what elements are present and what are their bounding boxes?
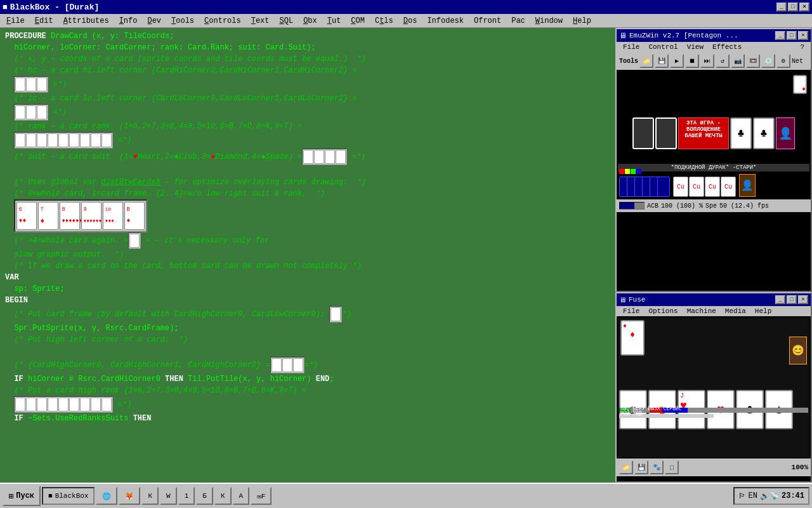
emu-menu-control[interactable]: Control [645, 43, 681, 51]
start-button[interactable]: ⊞ Пуск [3, 486, 41, 506]
taskbar-notepad[interactable]: 1 [178, 487, 195, 505]
taskbar-word[interactable]: W [160, 487, 177, 505]
card-frame-sm [15, 398, 25, 411]
emu-minimize[interactable]: _ [775, 31, 785, 40]
fuse-minimize[interactable]: _ [775, 295, 785, 304]
card-frame-sm [37, 398, 47, 411]
code-editor[interactable]: PROCEDURE DrawCard (x, y: TileCoords; hi… [0, 28, 615, 483]
emu-snapshot-btn[interactable]: 📷 [731, 54, 745, 68]
systray-clock: 23:41 [782, 491, 804, 500]
menu-pac[interactable]: Pac [506, 15, 530, 27]
fuse-btn-4[interactable]: ⬚ [665, 460, 679, 474]
taskbar-b-icon: Б [202, 492, 207, 500]
emu-player-sprite: 👤 [739, 174, 756, 197]
emu-reset-btn[interactable]: ↺ [716, 54, 730, 68]
fuse-menu-machine[interactable]: Machine [683, 307, 720, 316]
emu-titlebar: 🖥 EmuZWin v2.7 [Pentagon ... _ □ × [617, 29, 811, 42]
fuse-menu-help[interactable]: Help [751, 307, 775, 316]
systray-icons: 🔊📡 [760, 491, 779, 501]
emu-menu-effects[interactable]: Effects [709, 43, 745, 51]
emu-game-message: ЭТА ИГРА -ВОПЛОЩЕНИЕВАШЕЙ МЕЧТЫ [678, 117, 729, 149]
emu-close[interactable]: × [798, 31, 808, 40]
emu-sprite-character: 👤 [776, 117, 795, 149]
emu-help-btn[interactable]: ? [796, 43, 808, 51]
close-button[interactable]: × [799, 3, 809, 11]
menu-controls[interactable]: Controls [199, 15, 246, 27]
menu-sql[interactable]: SQL [275, 15, 299, 27]
start-label: Пуск [16, 491, 34, 500]
emu-menu-view[interactable]: View [683, 43, 707, 51]
emu-step-btn[interactable]: ⏭ [700, 54, 714, 68]
emu-stop-btn[interactable]: ⏹ [685, 54, 699, 68]
emu-zoom: 100 (100) % [661, 203, 703, 210]
menu-dos[interactable]: Dos [398, 15, 422, 27]
fuse-menu-media[interactable]: Media [721, 307, 750, 316]
emu-card-diamond-corner: ♦ [793, 75, 807, 94]
menu-tut[interactable]: Tut [322, 15, 346, 27]
menu-ctls[interactable]: Ctls [370, 15, 398, 27]
emu-open-btn[interactable]: 📁 [639, 54, 653, 68]
fuse-maximize[interactable]: □ [787, 295, 797, 304]
emu-table-card-3: Cu [705, 177, 720, 197]
fuse-card-diamond: ♦♦ [620, 320, 645, 356]
emu-menu-file[interactable]: File [619, 43, 643, 51]
menu-dev[interactable]: Dev [142, 15, 166, 27]
emu-disk-btn[interactable]: 💿 [761, 54, 775, 68]
card-diamond-8: 8♦♦♦♦♦♦♦♦ [60, 202, 80, 230]
card-frame-sm [129, 234, 140, 248]
emu-save-btn[interactable]: 💾 [655, 54, 669, 68]
emu-toolbar: Tools 📁 💾 ▶ ⏹ ⏭ ↺ 📷 📼 💿 ⚙ Net [617, 52, 811, 70]
fuse-bar-gray2 [688, 408, 808, 413]
card-diamond-6: 6♦♦ [16, 202, 37, 230]
emu-menubar: File Control View Effects ? [617, 42, 811, 52]
menu-tools[interactable]: Tools [166, 15, 199, 27]
taskbar-f[interactable]: ✉F [251, 487, 272, 505]
taskbar-app1[interactable]: К [141, 487, 159, 505]
minimize-button[interactable]: _ [776, 3, 787, 11]
card-frame-sm [58, 133, 69, 147]
taskbar-bb-icon: ■ [48, 492, 53, 500]
menu-text[interactable]: Text [246, 15, 275, 27]
taskbar-firefox[interactable]: 🦊 [119, 487, 140, 505]
menu-com[interactable]: COM [346, 15, 370, 27]
taskbar-blackbox[interactable]: ■ BlackBox [42, 487, 95, 505]
card-frame-sm [26, 398, 36, 411]
taskbar-b[interactable]: Б [196, 487, 213, 505]
emu-play-btn[interactable]: ▶ [670, 54, 684, 68]
card-frame-sm [15, 105, 25, 119]
taskbar-k3[interactable]: К [214, 487, 232, 505]
emu-net-label: Net [792, 58, 803, 65]
menu-window[interactable]: Window [530, 15, 568, 27]
card-diamond-9: 9♦♦♦♦♦♦ [81, 202, 102, 230]
fuse-close[interactable]: × [798, 295, 808, 304]
emu-palette [619, 169, 641, 174]
emu-tape-btn[interactable]: 📼 [746, 54, 760, 68]
color-red [619, 169, 624, 174]
taskbar-a-icon: А [239, 492, 244, 500]
emu-settings-btn[interactable]: ⚙ [776, 54, 790, 68]
fuse-btn-2[interactable]: 💾 [634, 460, 648, 474]
taskbar-n-icon: 1 [185, 492, 189, 500]
menu-edit[interactable]: Edit [30, 15, 58, 27]
menu-attributes[interactable]: Attributes [58, 15, 114, 27]
fuse-menu-file[interactable]: File [619, 307, 643, 316]
taskbar-browser[interactable]: 🌐 [96, 487, 117, 505]
emu-title: EmuZWin v2.7 [Pentagon ... [629, 32, 738, 39]
menu-info[interactable]: Info [114, 15, 143, 27]
card-frame-sm [303, 150, 313, 164]
menu-obx[interactable]: Obx [298, 15, 322, 27]
menu-infodesk[interactable]: Infodesk [422, 15, 469, 27]
card-diamond-J: B♦ [124, 202, 145, 230]
taskbar-a[interactable]: А [233, 487, 250, 505]
menu-ofront[interactable]: Ofront [469, 15, 506, 27]
emu-maximize[interactable]: □ [787, 31, 797, 40]
fuse-btn-3[interactable]: 🐾 [650, 460, 664, 474]
menu-file[interactable]: File [1, 15, 30, 27]
fuse-menu-options[interactable]: Options [645, 307, 681, 316]
card-frame-sm [293, 358, 303, 372]
emu-table-card-1: Cu [673, 177, 688, 197]
maximize-button[interactable]: □ [788, 3, 798, 11]
fuse-btn-1[interactable]: 📁 [619, 460, 633, 474]
fuse-toolbar-bottom: 📁 💾 🐾 ⬚ 100% [617, 458, 811, 476]
menu-help[interactable]: Help [568, 15, 596, 27]
